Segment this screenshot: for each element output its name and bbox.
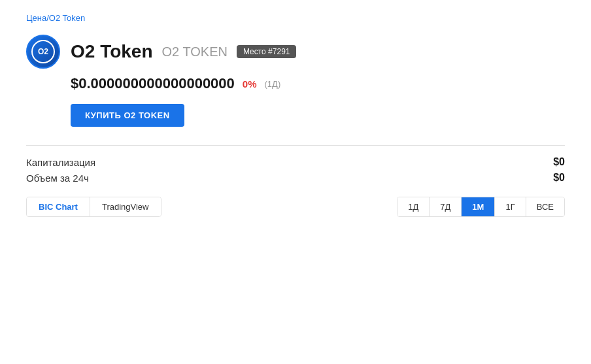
volume-row: Объем за 24ч $0 bbox=[26, 172, 565, 184]
breadcrumb[interactable]: Цена/O2 Token bbox=[26, 13, 565, 23]
price-row: $0.000000000000000000 0% (1Д) bbox=[71, 75, 565, 92]
token-logo: O2 bbox=[26, 35, 60, 69]
time-period-tabs: 1Д 7Д 1М 1Г ВСЕ bbox=[397, 197, 565, 217]
token-name: O2 Token bbox=[71, 41, 153, 62]
tab-7d[interactable]: 7Д bbox=[430, 197, 462, 216]
price-period: (1Д) bbox=[265, 79, 281, 89]
price-change: 0% bbox=[243, 78, 257, 90]
logo-text: O2 bbox=[38, 47, 48, 56]
market-cap-label: Капитализация bbox=[26, 157, 95, 168]
tab-bic-chart[interactable]: BIC Chart bbox=[27, 197, 90, 216]
rank-badge: Место #7291 bbox=[237, 45, 297, 58]
tab-tradingview[interactable]: TradingView bbox=[90, 197, 161, 216]
buy-button[interactable]: КУПИТЬ O2 TOKEN bbox=[71, 104, 184, 127]
token-logo-inner: O2 bbox=[31, 40, 55, 63]
tab-1m[interactable]: 1М bbox=[462, 197, 495, 216]
token-symbol: O2 TOKEN bbox=[162, 44, 228, 59]
market-cap-row: Капитализация $0 bbox=[26, 156, 565, 168]
token-header: O2 O2 Token O2 TOKEN Место #7291 bbox=[26, 35, 565, 69]
tab-1d[interactable]: 1Д bbox=[397, 197, 430, 216]
tab-all[interactable]: ВСЕ bbox=[526, 197, 564, 216]
tab-1y[interactable]: 1Г bbox=[495, 197, 526, 216]
stats-section: Капитализация $0 Объем за 24ч $0 bbox=[26, 156, 565, 184]
volume-value: $0 bbox=[553, 172, 565, 184]
market-cap-value: $0 bbox=[553, 156, 565, 168]
chart-type-tabs: BIC Chart TradingView bbox=[26, 197, 161, 217]
price-value: $0.000000000000000000 bbox=[71, 75, 235, 92]
chart-controls: BIC Chart TradingView 1Д 7Д 1М 1Г ВСЕ bbox=[26, 197, 565, 217]
volume-label: Объем за 24ч bbox=[26, 173, 89, 184]
divider bbox=[26, 145, 565, 146]
